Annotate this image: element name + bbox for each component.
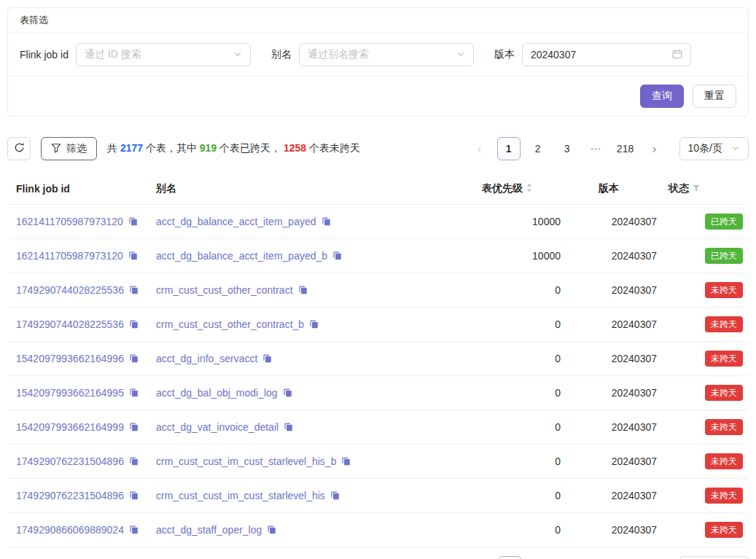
copy-icon[interactable]: [284, 422, 293, 434]
job-id-link[interactable]: 1749290744028225536: [16, 284, 124, 296]
alias-link[interactable]: acct_dg_vat_invoice_detail: [156, 421, 278, 433]
column-header-priority[interactable]: 表优先级: [476, 173, 593, 205]
pagination-page-2[interactable]: 2: [528, 556, 551, 559]
pagination-next[interactable]: ›: [643, 137, 666, 160]
pagination-page-1[interactable]: 1: [499, 556, 522, 559]
copy-icon[interactable]: [267, 525, 276, 536]
alias-placeholder: 通过别名搜索: [308, 48, 369, 61]
job-id-field: Flink job id 通过 ID 搜索: [20, 43, 251, 66]
version-cell: 20240307: [593, 410, 663, 445]
status-cell: 未跨天: [663, 308, 749, 342]
job-id-link[interactable]: 1749290762231504896: [16, 456, 124, 467]
alias-link[interactable]: acct_dg_balance_acct_item_payed: [156, 216, 316, 227]
job-id-link[interactable]: 1542097993662164999: [16, 421, 124, 433]
copy-icon[interactable]: [322, 216, 331, 228]
copy-icon[interactable]: [262, 353, 272, 365]
pagination-prev[interactable]: ‹: [468, 137, 491, 160]
alias-cell: acct_dg_balance_acct_item_payed_b: [150, 239, 476, 273]
copy-icon[interactable]: [129, 490, 139, 502]
bottom-pager: ‹123•••218›: [469, 556, 668, 559]
summary-uncrossed-count: 1258: [284, 142, 306, 154]
table-row: 1749290744028225536 crm_cust_cust_other_…: [7, 273, 749, 308]
job-id-link[interactable]: 1542097993662164996: [16, 353, 124, 364]
page-size-select-bottom[interactable]: 10条/页: [679, 556, 749, 559]
pagination-prev[interactable]: ‹: [469, 556, 493, 559]
status-cell: 未跨天: [663, 273, 749, 308]
copy-icon[interactable]: [129, 388, 139, 399]
alias-cell: acct_dg_vat_invoice_detail: [150, 410, 476, 445]
pagination-page-218[interactable]: 218: [614, 137, 637, 160]
summary-prefix: 共: [107, 142, 120, 154]
reset-button[interactable]: 重置: [693, 85, 736, 108]
filter-toggle-label: 筛选: [66, 142, 87, 155]
pagination-next[interactable]: ›: [644, 556, 668, 559]
page-size-select-top[interactable]: 10条/页: [679, 137, 749, 160]
column-header-status[interactable]: 状态: [663, 173, 749, 205]
job-id-cell: 1749290762231504896: [7, 445, 150, 479]
version-value: 20240307: [531, 49, 576, 60]
pagination-ellipsis[interactable]: •••: [585, 137, 608, 160]
copy-icon[interactable]: [128, 216, 138, 228]
status-badge: 已跨天: [705, 214, 743, 230]
column-filter-icon[interactable]: [692, 183, 701, 195]
copy-icon[interactable]: [129, 353, 139, 365]
version-cell: 20240307: [593, 513, 663, 547]
alias-link[interactable]: crm_cust_cust_other_contract_b: [156, 318, 304, 330]
version-date-picker[interactable]: 20240307: [522, 43, 691, 66]
pagination-page-2[interactable]: 2: [526, 137, 550, 160]
copy-icon[interactable]: [128, 251, 138, 262]
pagination-page-218[interactable]: 218: [615, 556, 639, 559]
alias-link[interactable]: crm_cust_cust_im_cust_starlevel_his: [156, 490, 325, 501]
status-badge: 未跨天: [705, 488, 743, 504]
filter-fields-row: Flink job id 通过 ID 搜索 别名 通过别名搜索: [8, 34, 748, 76]
alias-cell: acct_dg_bal_obj_modi_log: [150, 376, 476, 410]
refresh-button[interactable]: [7, 137, 31, 160]
copy-icon[interactable]: [129, 319, 139, 331]
alias-select[interactable]: 通过别名搜索: [299, 43, 474, 66]
table-row: 1749290744028225536 crm_cust_cust_other_…: [7, 308, 749, 342]
alias-link[interactable]: acct_dg_balance_acct_item_payed_b: [156, 250, 327, 262]
alias-cell: crm_cust_cust_im_cust_starlevel_his_b: [150, 445, 476, 479]
copy-icon[interactable]: [283, 388, 292, 399]
job-id-label: Flink job id: [20, 49, 69, 60]
status-cell: 未跨天: [663, 445, 749, 479]
job-id-link[interactable]: 1621411705987973120: [16, 216, 123, 227]
job-id-select[interactable]: 通过 ID 搜索: [76, 43, 251, 66]
alias-link[interactable]: crm_cust_cust_other_contract: [156, 284, 293, 296]
alias-field: 别名 通过别名搜索: [271, 43, 474, 66]
copy-icon[interactable]: [309, 319, 319, 331]
calendar-icon: [672, 49, 682, 61]
copy-icon[interactable]: [129, 285, 139, 297]
alias-link[interactable]: acct_dg_bal_obj_modi_log: [156, 387, 278, 399]
filter-card: 表筛选 Flink job id 通过 ID 搜索 别名 通过别名搜索: [7, 7, 749, 117]
pagination-ellipsis[interactable]: •••: [586, 556, 609, 559]
copy-icon[interactable]: [129, 422, 139, 434]
pagination-page-1[interactable]: 1: [497, 137, 521, 160]
table-row: 1542097993662164996 acct_dg_info_servacc…: [7, 342, 749, 376]
version-cell: 20240307: [593, 445, 663, 479]
job-id-link[interactable]: 1749290762231504896: [16, 490, 124, 501]
job-id-link[interactable]: 1542097993662164995: [16, 387, 124, 399]
copy-icon[interactable]: [129, 525, 139, 536]
copy-icon[interactable]: [298, 285, 308, 297]
status-badge: 未跨天: [705, 385, 743, 401]
alias-cell: acct_dg_balance_acct_item_payed: [150, 205, 476, 239]
alias-link[interactable]: acct_dg_staff_oper_log: [156, 524, 262, 536]
copy-icon[interactable]: [129, 456, 139, 468]
job-id-link[interactable]: 1621411705987973120: [16, 250, 123, 262]
pagination-page-3[interactable]: 3: [556, 137, 579, 160]
job-id-link[interactable]: 1749290744028225536: [16, 318, 124, 330]
copy-icon[interactable]: [332, 251, 342, 262]
query-button[interactable]: 查询: [640, 85, 684, 108]
status-badge: 未跨天: [705, 419, 743, 435]
alias-link[interactable]: crm_cust_cust_im_cust_starlevel_his_b: [156, 456, 336, 467]
filter-toggle-button[interactable]: 筛选: [41, 137, 97, 160]
table-row: 1621411705987973120 acct_dg_balance_acct…: [7, 205, 749, 239]
copy-icon[interactable]: [341, 456, 351, 468]
job-id-link[interactable]: 1749290866069889024: [16, 524, 124, 536]
sort-icon[interactable]: [526, 182, 533, 195]
pagination-page-3[interactable]: 3: [557, 556, 580, 559]
job-id-cell: 1542097993662164996: [7, 342, 150, 376]
copy-icon[interactable]: [330, 490, 340, 502]
alias-link[interactable]: acct_dg_info_servacct: [156, 353, 257, 364]
